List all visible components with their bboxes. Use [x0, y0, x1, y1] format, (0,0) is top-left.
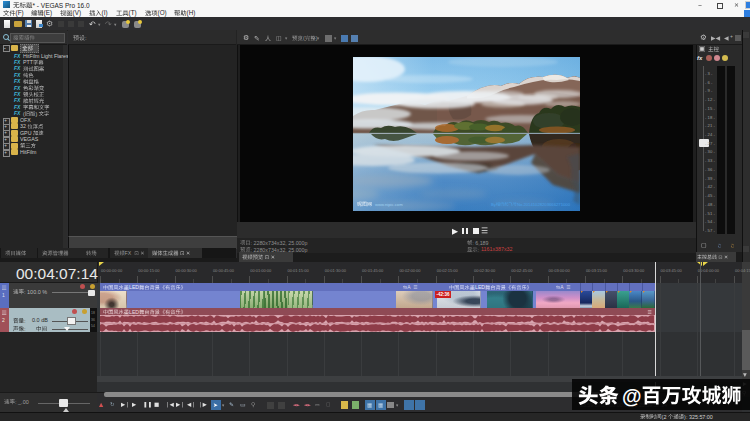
svg-text:32: 32 — [20, 123, 26, 129]
svg-text:FX: FX — [125, 250, 132, 256]
svg-text:LED: LED — [129, 309, 139, 315]
svg-text:(2: (2 — [662, 414, 667, 420]
svg-text:): 325:57:00: ): 325:57:00 — [684, 414, 713, 420]
svg-text:www.nipic.com: www.nipic.com — [375, 202, 403, 207]
svg-text:@: @ — [622, 385, 642, 407]
svg-text:: 100.0 %: : 100.0 % — [24, 289, 47, 295]
svg-text:: _.00: : _.00 — [15, 399, 29, 405]
svg-text:(: ( — [23, 111, 25, 117]
svg-text::: : — [478, 247, 479, 253]
svg-text:GPU: GPU — [20, 130, 32, 136]
svg-text:No.20141028203666271000: No.20141028203666271000 — [517, 202, 571, 207]
svg-text:): ) — [35, 111, 37, 117]
svg-text:: 6,189: : 6,189 — [472, 240, 488, 246]
svg-text:LED: LED — [129, 284, 139, 290]
svg-text:(: ( — [303, 35, 305, 41]
svg-text:LED: LED — [475, 284, 485, 290]
svg-text:PTT: PTT — [23, 59, 34, 65]
svg-text:* - VEGAS Pro 16.0: * - VEGAS Pro 16.0 — [33, 2, 90, 9]
svg-text:: 2280x734x32, 25.000p: : 2280x734x32, 25.000p — [251, 240, 308, 246]
